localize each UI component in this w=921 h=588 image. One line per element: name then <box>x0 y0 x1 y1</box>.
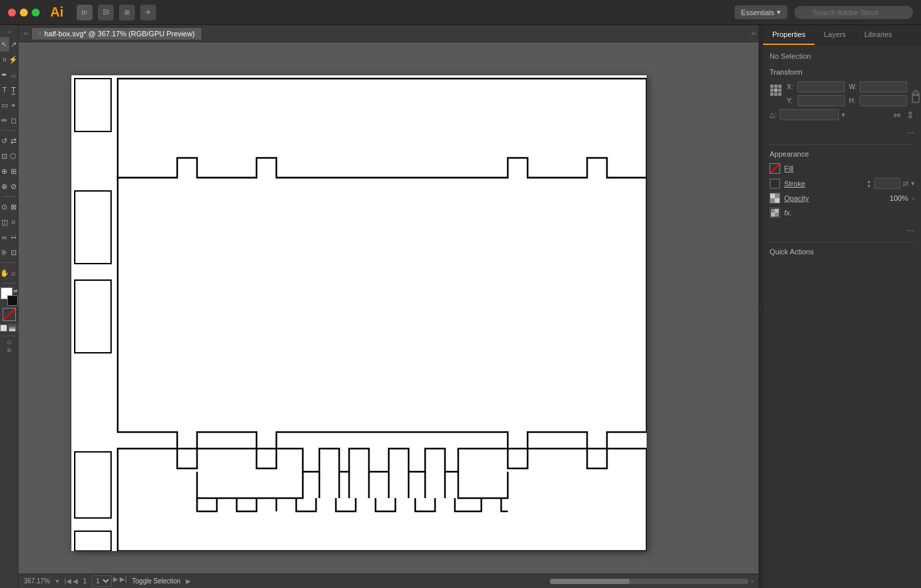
type-tool-button[interactable]: T <box>0 83 9 97</box>
swap-colors-icon[interactable]: ⇄ <box>13 288 18 294</box>
gradient-tool-button[interactable]: ◫ <box>0 215 9 229</box>
w-label: W: <box>849 83 858 91</box>
canvas-area[interactable] <box>19 42 758 573</box>
warp-tool-button[interactable]: ⊕ <box>0 164 9 178</box>
rotate-tool-button[interactable]: ↺ <box>0 133 9 148</box>
tab-layers[interactable]: Layers <box>815 25 855 45</box>
fx-icon[interactable] <box>770 207 780 218</box>
stroke-swatch-panel[interactable] <box>770 178 780 189</box>
pen-tool-button[interactable]: ✒ <box>0 67 9 82</box>
back-page-button[interactable]: ◀ <box>73 577 78 585</box>
none-fill-button[interactable] <box>3 308 16 321</box>
curvature-tool-button[interactable]: ⌓ <box>9 67 19 82</box>
perspective-button[interactable]: ⊙ <box>0 200 9 214</box>
send-icon[interactable]: ✈ <box>140 5 156 20</box>
magic-wand-tool-button[interactable]: ⚡ <box>9 52 18 67</box>
transform-more-options[interactable]: ··· <box>770 126 914 139</box>
opacity-label[interactable]: Opacity <box>784 194 809 202</box>
panel-collapse-right[interactable]: ›› <box>751 30 756 37</box>
touch-type-button[interactable]: T̲ <box>9 83 19 97</box>
pencil-tool-button[interactable]: ✏ <box>0 113 9 128</box>
blend-tool-button[interactable]: ∞ <box>0 230 9 244</box>
angle-dropdown-icon[interactable]: ▾ <box>842 111 845 118</box>
color-swatches[interactable]: ⇄ <box>1 287 18 306</box>
w-input[interactable] <box>860 81 907 92</box>
direct-selection-tool-button[interactable]: ↗ <box>9 37 19 52</box>
essentials-button[interactable]: Essentials ▾ <box>735 5 787 19</box>
scroll-bar[interactable] <box>550 579 748 584</box>
panel-collapse-left[interactable]: ‹‹ <box>21 30 31 37</box>
stroke-options-chevron[interactable]: ▾ <box>911 180 914 187</box>
shape-builder-button[interactable]: ⊗ <box>0 179 9 194</box>
close-button[interactable] <box>8 9 16 17</box>
adobe-stock-search-input[interactable] <box>794 6 913 19</box>
stroke-stepper: ▲ ▼ <box>867 179 871 188</box>
tab-close-icon[interactable]: × <box>38 30 42 37</box>
angle-input[interactable] <box>780 109 839 120</box>
artboard-tool-button[interactable]: ⊡ <box>9 245 19 260</box>
zoom-tool-button[interactable]: ⌕ <box>9 266 18 280</box>
stroke-swatch[interactable] <box>7 295 18 306</box>
arrow-right-icon[interactable]: ▶ <box>186 577 191 585</box>
fx-label[interactable]: fx. <box>784 209 792 217</box>
next-page-button[interactable]: ▶ <box>113 575 118 587</box>
y-field: Y: <box>787 95 845 106</box>
screen-mode-button[interactable]: ⊙ <box>7 339 12 346</box>
fill-label[interactable]: Fill <box>784 165 793 172</box>
last-page-button[interactable]: ▶| <box>120 575 127 587</box>
hand-tool-button[interactable]: ✋ <box>0 266 9 280</box>
toolbar-collapse-button[interactable]: ‹‹ <box>6 28 12 36</box>
zoom-control[interactable]: 367.17% ▾ <box>24 577 59 585</box>
tab-properties[interactable]: Properties <box>763 25 815 45</box>
arrange-icon[interactable]: ⊞ <box>119 5 135 20</box>
panel-toggle-button[interactable]: › <box>751 577 753 585</box>
svg-rect-13 <box>778 92 781 96</box>
appearance-more-options[interactable]: ··· <box>770 223 914 237</box>
fill-swatch-panel[interactable] <box>770 163 780 174</box>
free-transform-button[interactable]: ⊞ <box>9 164 19 178</box>
symbol-spray-button[interactable]: ∺ <box>9 230 19 244</box>
paintbrush-tool-button[interactable]: ⌖ <box>9 98 19 112</box>
live-paint-button[interactable]: ⊘ <box>9 179 19 194</box>
page-select[interactable]: 1 <box>92 575 112 587</box>
prev-page-button[interactable]: |◀ <box>64 577 71 585</box>
y-input[interactable] <box>797 95 845 106</box>
rectangle-tool-button[interactable]: ▭ <box>0 98 9 112</box>
stroke-label[interactable]: Stroke <box>784 180 805 188</box>
stroke-down-arrow[interactable]: ▼ <box>867 184 871 188</box>
change-screen-button[interactable]: ⊕ <box>7 347 12 353</box>
tool-separator-5 <box>2 336 17 336</box>
stock-icon[interactable]: St <box>98 5 114 20</box>
opacity-value: 100% <box>890 194 908 202</box>
transform-grid-icon[interactable] <box>770 84 783 98</box>
stroke-value-input[interactable]: 1 <box>874 178 901 189</box>
mesh-tool-button[interactable]: ⊠ <box>9 200 19 214</box>
bridge-icon[interactable]: Br <box>77 5 93 20</box>
flip-icons: ⇔ ⇕ <box>893 110 914 120</box>
color-mode-btn[interactable] <box>0 324 7 332</box>
column-graph-button[interactable]: ⊪ <box>0 245 9 260</box>
gradient-mode-btn[interactable] <box>9 324 16 332</box>
tool-separator-4 <box>2 283 17 283</box>
section-divider-2 <box>770 242 914 242</box>
x-input[interactable] <box>797 81 845 92</box>
eraser-tool-button[interactable]: ◻ <box>9 113 19 128</box>
scale-tool-button[interactable]: ⊡ <box>0 149 9 163</box>
tab-libraries[interactable]: Libraries <box>855 25 901 45</box>
zoom-chevron-icon[interactable]: ▾ <box>56 577 59 585</box>
zoom-input[interactable]: 367.17% <box>24 577 54 585</box>
stroke-up-arrow[interactable]: ▲ <box>867 179 871 184</box>
fullscreen-button[interactable] <box>32 9 40 17</box>
lasso-tool-button[interactable]: ⌗ <box>0 52 9 67</box>
reflect-tool-button[interactable]: ⇄ <box>9 133 19 148</box>
minimize-button[interactable] <box>20 9 28 17</box>
opacity-chevron-icon[interactable]: › <box>912 195 914 202</box>
proportions-lock-icon[interactable] <box>911 89 920 105</box>
flip-vertical-icon[interactable]: ⇕ <box>906 110 914 120</box>
document-tab[interactable]: × half-box.svg* @ 367.17% (RGB/GPU Previ… <box>31 27 202 40</box>
flip-horizontal-icon[interactable]: ⇔ <box>893 110 901 120</box>
selection-tool-button[interactable]: ↖ <box>0 37 9 52</box>
h-input[interactable] <box>860 95 907 106</box>
eyedropper-button[interactable]: ⌗ <box>9 215 19 229</box>
shear-tool-button[interactable]: ⬡ <box>9 149 19 163</box>
